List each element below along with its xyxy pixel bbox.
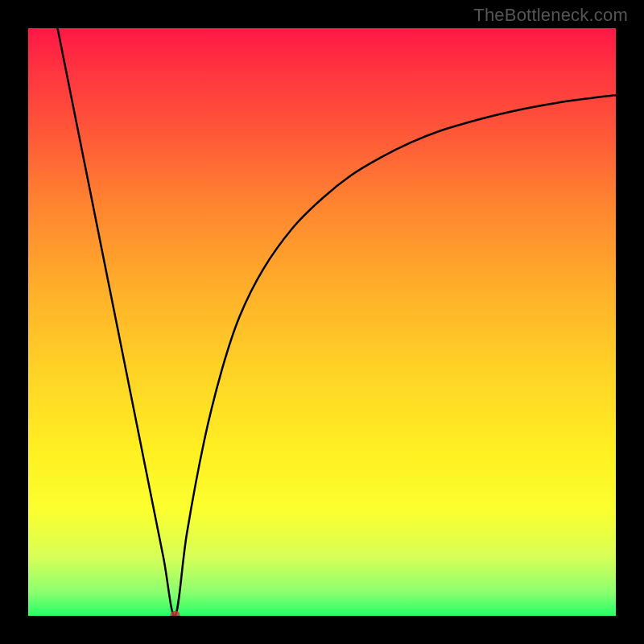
curve-svg: [28, 28, 616, 616]
chart-frame: TheBottleneck.com: [0, 0, 644, 644]
plot-area: [28, 28, 616, 616]
watermark-text: TheBottleneck.com: [473, 5, 628, 26]
series-line: [58, 28, 617, 616]
